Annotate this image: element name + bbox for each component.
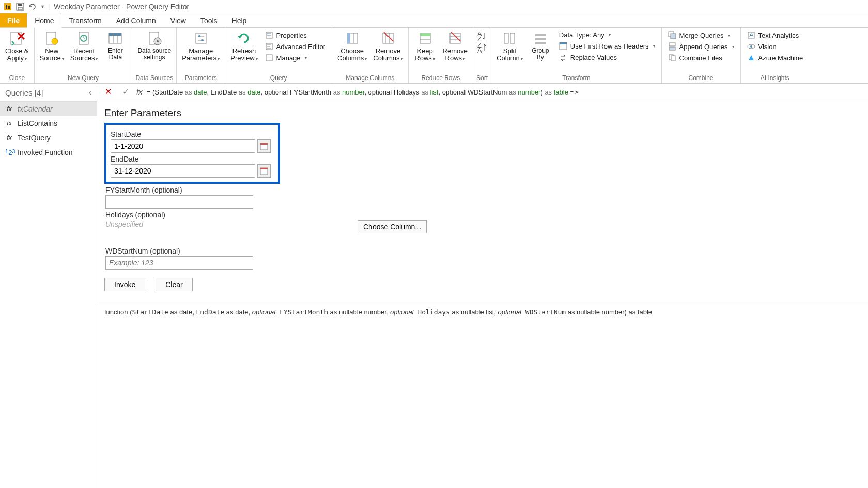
group-label-close: Close: [3, 73, 31, 83]
advanced-editor-icon: [265, 42, 273, 51]
headers-icon: [559, 42, 567, 50]
svg-rect-41: [420, 33, 430, 36]
collapse-queries-icon[interactable]: ‹: [89, 88, 91, 97]
svg-rect-4: [18, 4, 22, 6]
fx-icon[interactable]: fx: [136, 87, 143, 96]
svg-point-10: [52, 38, 58, 44]
data-source-settings-icon: [146, 30, 163, 46]
formula-bar: ✕ ✓ fx = (StartDate as date, EndDate as …: [97, 84, 868, 100]
manage-parameters-button[interactable]: Manage Parameters▾: [180, 29, 222, 62]
keep-rows-icon: [417, 30, 433, 46]
ribbon-group-data-sources: Data source settings Data Sources: [132, 28, 177, 83]
enter-data-button[interactable]: Enter Data: [102, 29, 129, 61]
append-queries-button[interactable]: Append Queries▾: [665, 41, 737, 52]
tab-file[interactable]: File: [0, 13, 27, 27]
function-icon: fx: [5, 120, 13, 127]
tab-view[interactable]: View: [163, 13, 193, 27]
sort-asc-button[interactable]: AZ: [476, 31, 488, 41]
tab-add-column[interactable]: Add Column: [109, 13, 163, 27]
properties-button[interactable]: Properties: [262, 30, 329, 40]
recent-sources-button[interactable]: Recent Sources▾: [68, 29, 100, 62]
close-apply-icon: [9, 30, 25, 46]
svg-rect-72: [260, 168, 268, 169]
clear-button[interactable]: Clear: [156, 278, 192, 291]
choose-columns-button[interactable]: Choose Columns▾: [335, 29, 369, 62]
svg-rect-69: [260, 143, 268, 145]
group-by-button[interactable]: Group By: [527, 29, 554, 61]
merge-queries-button[interactable]: Merge Queries▾: [665, 30, 737, 40]
remove-columns-button[interactable]: Remove Columns▾: [371, 29, 405, 62]
advanced-editor-button[interactable]: Advanced Editor: [262, 41, 329, 52]
tab-help[interactable]: Help: [225, 13, 254, 27]
refresh-preview-button[interactable]: Refresh Preview▾: [228, 29, 259, 62]
svg-rect-55: [535, 42, 546, 44]
choose-column-button[interactable]: Choose Column...: [358, 220, 427, 233]
window-title: Weekday Parameter - Power Query Editor: [54, 3, 189, 11]
fystartmonth-input[interactable]: [105, 195, 253, 209]
formula-text[interactable]: = (StartDate as date, EndDate as date, o…: [147, 88, 864, 96]
text-analytics-button[interactable]: AText Analytics: [744, 30, 807, 40]
cancel-formula-icon[interactable]: ✕: [101, 85, 115, 99]
svg-point-19: [157, 40, 159, 42]
query-item-listcontains[interactable]: fx ListContains: [0, 116, 97, 131]
data-source-settings-button[interactable]: Data source settings: [135, 29, 173, 61]
undo-icon[interactable]: [28, 2, 37, 11]
group-label-transform: Transform: [494, 73, 658, 83]
svg-rect-61: [669, 47, 675, 50]
new-source-button[interactable]: New Source▾: [38, 29, 66, 62]
queries-panel: Queries [4] ‹ fx fxCalendar fx ListConta…: [0, 84, 97, 488]
svg-rect-1: [6, 5, 7, 9]
wdstartnum-input[interactable]: [105, 256, 253, 270]
keep-rows-button[interactable]: Keep Rows▾: [412, 29, 439, 62]
startdate-label: StartDate: [111, 130, 274, 138]
merge-icon: [668, 31, 676, 39]
startdate-calendar-button[interactable]: [257, 139, 271, 153]
svg-rect-57: [560, 42, 567, 44]
ribbon-group-close: Close & Apply▾ Close: [0, 28, 35, 83]
combine-files-button[interactable]: Combine Files: [665, 53, 737, 63]
fystartmonth-label: FYStartMonth (optional): [105, 186, 280, 194]
first-row-headers-button[interactable]: Use First Row as Headers▾: [556, 41, 658, 51]
close-apply-button[interactable]: Close & Apply▾: [3, 29, 31, 62]
queries-header: Queries [4] ‹: [0, 84, 97, 102]
tab-tools[interactable]: Tools: [193, 13, 225, 27]
sort-desc-button[interactable]: ZA: [476, 42, 488, 53]
split-column-button[interactable]: Split Column▾: [494, 29, 525, 62]
tab-transform[interactable]: Transform: [61, 13, 109, 27]
manage-parameters-icon: [193, 30, 209, 46]
query-item-testquery[interactable]: fx TestQuery: [0, 131, 97, 145]
svg-text:A: A: [477, 46, 482, 53]
azure-ml-button[interactable]: Azure Machine: [744, 53, 807, 63]
save-icon[interactable]: [16, 2, 25, 11]
group-label-reduce-rows: Reduce Rows: [412, 73, 470, 83]
commit-formula-icon[interactable]: ✓: [119, 85, 132, 99]
group-label-manage-columns: Manage Columns: [335, 73, 405, 83]
group-label-data-sources: Data Sources: [135, 73, 173, 83]
data-type-button[interactable]: Data Type: Any▾: [556, 30, 658, 40]
svg-rect-14: [109, 33, 121, 36]
remove-rows-button[interactable]: Remove Rows▾: [441, 29, 470, 62]
query-item-fxcalendar[interactable]: fx fxCalendar: [0, 102, 97, 116]
tab-home[interactable]: Home: [27, 13, 61, 28]
remove-rows-icon: [447, 30, 463, 46]
svg-rect-63: [671, 56, 675, 61]
startdate-input[interactable]: [111, 139, 255, 153]
enddate-calendar-button[interactable]: [257, 164, 271, 178]
qat-dropdown-icon[interactable]: ▼: [40, 4, 45, 9]
ribbon: Close & Apply▾ Close New Source▾ Recent …: [0, 28, 868, 84]
svg-rect-34: [347, 33, 350, 43]
holidays-unspecified: Unspecified: [105, 220, 280, 228]
function-icon: fx: [5, 134, 13, 141]
svg-rect-52: [510, 33, 515, 43]
invoke-button[interactable]: Invoke: [104, 278, 145, 291]
svg-rect-20: [196, 33, 206, 43]
replace-values-button[interactable]: Replace Values: [556, 52, 658, 62]
query-item-invoked-function[interactable]: 123 Invoked Function: [0, 145, 97, 160]
vision-button[interactable]: Vision: [744, 41, 807, 52]
enddate-input[interactable]: [111, 164, 255, 178]
manage-icon: [265, 54, 273, 62]
ribbon-group-reduce-rows: Keep Rows▾ Remove Rows▾ Reduce Rows: [409, 28, 473, 83]
ribbon-group-manage-columns: Choose Columns▾ Remove Columns▾ Manage C…: [332, 28, 409, 83]
manage-query-button[interactable]: Manage▾: [262, 53, 329, 63]
app-icon: [3, 2, 12, 11]
